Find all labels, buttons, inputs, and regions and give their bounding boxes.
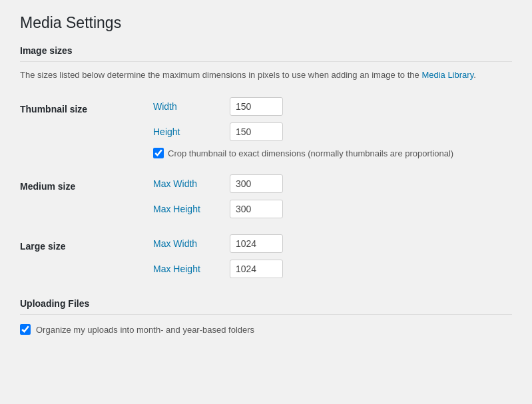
uploading-files-section: Uploading Files Organize my uploads into… xyxy=(20,298,512,335)
medium-max-height-row: Max Height xyxy=(153,200,512,218)
large-max-height-label: Max Height xyxy=(153,264,220,274)
large-size-label: Large size xyxy=(20,234,153,252)
organize-uploads-row: Organize my uploads into month- and year… xyxy=(20,324,512,335)
medium-max-height-input[interactable] xyxy=(230,200,283,218)
large-max-width-row: Max Width xyxy=(153,234,512,253)
thumbnail-height-label: Height xyxy=(153,126,220,137)
thumbnail-width-label: Width xyxy=(153,101,220,112)
large-max-width-input[interactable] xyxy=(230,234,283,253)
thumbnail-size-row: Thumbnail size Width Height Crop thumbna… xyxy=(20,93,512,162)
medium-fields: Max Width Max Height xyxy=(153,174,512,218)
medium-max-width-row: Max Width xyxy=(153,174,512,193)
image-sizes-title: Image sizes xyxy=(20,45,512,62)
thumbnail-crop-label: Crop thumbnail to exact dimensions (norm… xyxy=(168,148,453,158)
organize-uploads-checkbox[interactable] xyxy=(20,324,31,335)
uploading-files-title: Uploading Files xyxy=(20,298,512,315)
thumbnail-crop-row: Crop thumbnail to exact dimensions (norm… xyxy=(153,148,512,158)
thumbnail-width-row: Width xyxy=(153,97,512,116)
thumbnail-height-input[interactable] xyxy=(230,122,283,141)
media-library-link[interactable]: Media Library xyxy=(421,70,473,80)
image-sizes-description: The sizes listed below determine the max… xyxy=(20,69,512,82)
medium-size-label: Medium size xyxy=(20,174,153,192)
medium-max-height-label: Max Height xyxy=(153,204,220,214)
thumbnail-fields: Width Height Crop thumbnail to exact dim… xyxy=(153,97,512,158)
thumbnail-width-input[interactable] xyxy=(230,97,283,116)
large-size-row: Large size Max Width Max Height xyxy=(20,230,512,282)
organize-uploads-label: Organize my uploads into month- and year… xyxy=(36,325,254,335)
page-title: Media Settings xyxy=(20,13,512,33)
medium-max-width-input[interactable] xyxy=(230,174,283,193)
large-max-width-label: Max Width xyxy=(153,238,220,249)
thumbnail-crop-checkbox[interactable] xyxy=(153,148,164,158)
medium-size-row: Medium size Max Width Max Height xyxy=(20,170,512,222)
large-max-height-input[interactable] xyxy=(230,260,283,278)
image-sizes-section: Image sizes The sizes listed below deter… xyxy=(20,45,512,283)
large-fields: Max Width Max Height xyxy=(153,234,512,278)
thumbnail-size-label: Thumbnail size xyxy=(20,97,153,114)
large-max-height-row: Max Height xyxy=(153,260,512,278)
thumbnail-height-row: Height xyxy=(153,122,512,141)
medium-max-width-label: Max Width xyxy=(153,178,220,189)
